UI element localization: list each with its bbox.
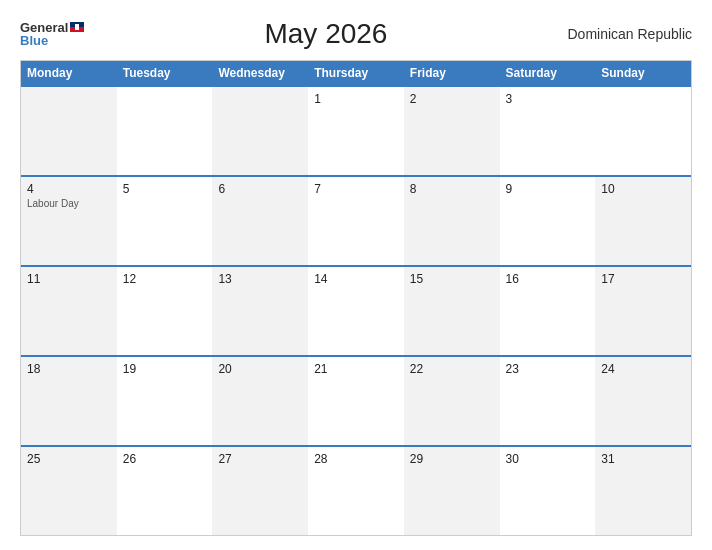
table-row: 11 [21, 267, 117, 355]
table-row: 28 [308, 447, 404, 535]
logo-blue-text: Blue [20, 34, 84, 47]
week-row-1: 1 2 3 [21, 85, 691, 175]
svg-rect-2 [75, 24, 79, 30]
table-row: 25 [21, 447, 117, 535]
table-row: 6 [212, 177, 308, 265]
table-row: 14 [308, 267, 404, 355]
calendar-header: Monday Tuesday Wednesday Thursday Friday… [21, 61, 691, 85]
header-monday: Monday [21, 61, 117, 85]
table-row: 29 [404, 447, 500, 535]
table-row: 19 [117, 357, 213, 445]
table-row: 16 [500, 267, 596, 355]
calendar: Monday Tuesday Wednesday Thursday Friday… [20, 60, 692, 536]
header-friday: Friday [404, 61, 500, 85]
table-row: 26 [117, 447, 213, 535]
table-row: 8 [404, 177, 500, 265]
table-row [117, 87, 213, 175]
table-row: 17 [595, 267, 691, 355]
week-row-3: 11 12 13 14 15 16 17 [21, 265, 691, 355]
table-row: 21 [308, 357, 404, 445]
header-sunday: Sunday [595, 61, 691, 85]
logo-flag-icon [70, 22, 84, 32]
page-header: General Blue May 2026 Dominican Republic [20, 18, 692, 50]
month-title: May 2026 [264, 18, 387, 50]
header-wednesday: Wednesday [212, 61, 308, 85]
week-row-4: 18 19 20 21 22 23 24 [21, 355, 691, 445]
week-row-2: 4 Labour Day 5 6 7 8 9 [21, 175, 691, 265]
table-row: 5 [117, 177, 213, 265]
table-row: 9 [500, 177, 596, 265]
table-row: 27 [212, 447, 308, 535]
table-row: 30 [500, 447, 596, 535]
week-row-5: 25 26 27 28 29 30 31 [21, 445, 691, 535]
table-row: 20 [212, 357, 308, 445]
table-row: 24 [595, 357, 691, 445]
table-row: 2 [404, 87, 500, 175]
table-row: 1 [308, 87, 404, 175]
calendar-body: 1 2 3 4 Labour Day 5 6 [21, 85, 691, 535]
table-row: 13 [212, 267, 308, 355]
header-saturday: Saturday [500, 61, 596, 85]
table-row [212, 87, 308, 175]
table-row: 22 [404, 357, 500, 445]
table-row [21, 87, 117, 175]
page: General Blue May 2026 Dominican Republic… [0, 0, 712, 550]
logo: General Blue [20, 21, 84, 47]
table-row: 18 [21, 357, 117, 445]
table-row: 31 [595, 447, 691, 535]
header-thursday: Thursday [308, 61, 404, 85]
table-row: 10 [595, 177, 691, 265]
table-row: 4 Labour Day [21, 177, 117, 265]
table-row: 15 [404, 267, 500, 355]
country-label: Dominican Republic [567, 26, 692, 42]
table-row: 7 [308, 177, 404, 265]
header-tuesday: Tuesday [117, 61, 213, 85]
table-row: 23 [500, 357, 596, 445]
table-row: 3 [500, 87, 596, 175]
table-row: 12 [117, 267, 213, 355]
